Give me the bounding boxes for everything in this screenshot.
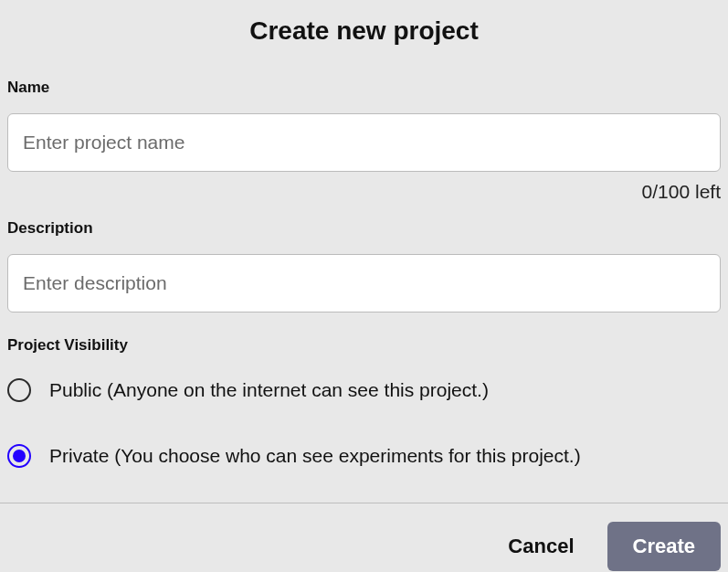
- description-input[interactable]: [7, 254, 721, 312]
- radio-checked-icon: [7, 444, 31, 468]
- visibility-private-radio[interactable]: Private (You choose who can see experime…: [7, 442, 721, 470]
- create-project-dialog: Create new project Name 0/100 left Descr…: [0, 0, 728, 572]
- create-button[interactable]: Create: [607, 522, 721, 571]
- visibility-public-radio[interactable]: Public (Anyone on the internet can see t…: [7, 376, 721, 404]
- visibility-radio-group: Public (Anyone on the internet can see t…: [7, 376, 721, 470]
- visibility-public-label: Public (Anyone on the internet can see t…: [49, 379, 489, 401]
- name-label: Name: [7, 79, 721, 97]
- visibility-private-label: Private (You choose who can see experime…: [49, 445, 581, 467]
- dialog-body: Name 0/100 left Description Project Visi…: [0, 62, 728, 470]
- description-label: Description: [7, 219, 721, 238]
- name-section: Name 0/100 left: [7, 79, 721, 203]
- name-input[interactable]: [7, 113, 721, 172]
- radio-unchecked-icon: [7, 378, 31, 402]
- name-char-counter: 0/100 left: [7, 181, 721, 203]
- visibility-label: Project Visibility: [7, 336, 721, 355]
- cancel-button[interactable]: Cancel: [502, 525, 579, 567]
- visibility-section: Project Visibility Public (Anyone on the…: [7, 336, 721, 470]
- description-section: Description: [7, 219, 721, 312]
- dialog-title: Create new project: [0, 0, 728, 62]
- dialog-footer: Cancel Create: [0, 503, 728, 572]
